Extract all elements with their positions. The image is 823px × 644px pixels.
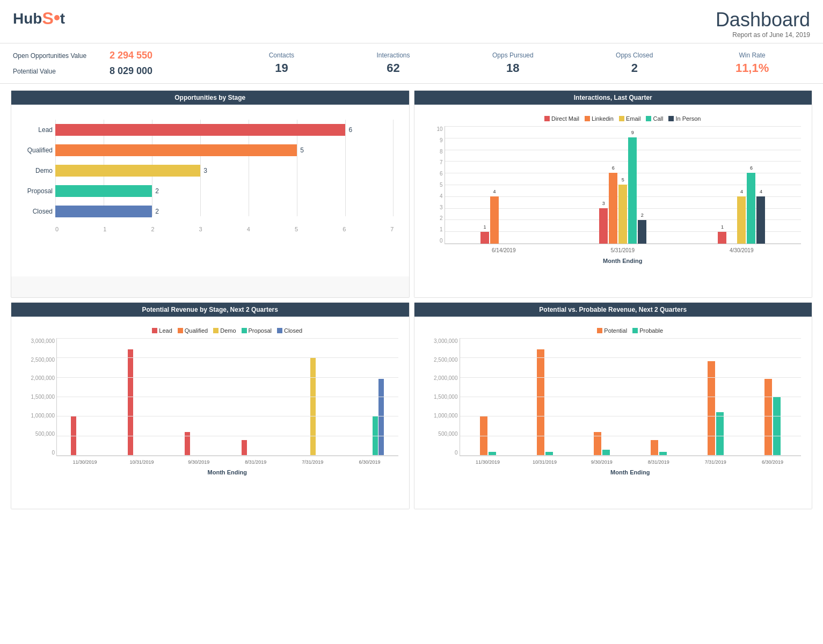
opps-closed-value: 2 xyxy=(616,61,653,75)
page-title: Dashboard xyxy=(716,9,810,31)
opps-closed-label: Opps Closed xyxy=(616,52,653,59)
contacts-value: 19 xyxy=(269,61,294,75)
opps-pursued-label: Opps Pursued xyxy=(492,52,534,59)
win-rate-value: 11,1% xyxy=(735,61,769,75)
metrics-bar: Open Opportunities Value 2 294 550 Poten… xyxy=(0,43,823,84)
chart1-title: Opportunities by Stage xyxy=(11,91,409,105)
opps-pursued-col: Opps Pursued 18 xyxy=(492,52,534,75)
potential-row: Potential Value 8 029 000 xyxy=(13,63,228,79)
metrics-right: Contacts 19 Interactions 62 Opps Pursued… xyxy=(228,52,810,75)
contacts-label: Contacts xyxy=(269,52,294,59)
interactions-value: 62 xyxy=(376,61,410,75)
report-date: Report as of June 14, 2019 xyxy=(716,31,810,39)
win-rate-label: Win Rate xyxy=(735,52,769,59)
chart-probable: Potential vs. Probable Revenue, Next 2 Q… xyxy=(414,302,813,509)
chart3-area: Lead Qualified Demo Proposal Closed 3,00… xyxy=(11,317,409,509)
contacts-col: Contacts 19 xyxy=(269,52,294,75)
chart2-area: Direct Mail Linkedin Email Call In Perso… xyxy=(414,105,812,297)
chart3-title: Potential Revenue by Stage, Next 2 Quart… xyxy=(11,303,409,317)
interactions-label: Interactions xyxy=(376,52,410,59)
win-rate-col: Win Rate 11,1% xyxy=(735,52,769,75)
open-opp-row: Open Opportunities Value 2 294 550 xyxy=(13,48,228,63)
open-opp-value: 2 294 550 xyxy=(110,50,152,61)
chart4-area: Potential Probable 3,000,0002,500,0002,0… xyxy=(414,317,812,509)
opps-pursued-value: 18 xyxy=(492,61,534,75)
metrics-left: Open Opportunities Value 2 294 550 Poten… xyxy=(13,48,228,79)
potential-label: Potential Value xyxy=(13,68,110,75)
opps-closed-col: Opps Closed 2 xyxy=(616,52,653,75)
charts-grid: Opportunities by Stage Lead 6 Qualified … xyxy=(0,84,823,516)
chart2-title: Interactions, Last Quarter xyxy=(414,91,812,105)
logo: HubSt xyxy=(13,9,65,28)
interactions-col: Interactions 62 xyxy=(376,52,410,75)
dashboard-title: Dashboard Report as of June 14, 2019 xyxy=(716,9,810,39)
chart-interactions: Interactions, Last Quarter Direct Mail L… xyxy=(414,90,813,298)
potential-value: 8 029 000 xyxy=(110,65,152,77)
chart1-area: Lead 6 Qualified 5 Demo 3 Proposal 2 Clo… xyxy=(11,105,409,276)
open-opp-label: Open Opportunities Value xyxy=(13,52,110,60)
chart-potential-revenue: Potential Revenue by Stage, Next 2 Quart… xyxy=(11,302,410,509)
chart-opps-by-stage: Opportunities by Stage Lead 6 Qualified … xyxy=(11,90,410,298)
header: HubSt Dashboard Report as of June 14, 20… xyxy=(0,0,823,43)
chart4-title: Potential vs. Probable Revenue, Next 2 Q… xyxy=(414,303,812,317)
